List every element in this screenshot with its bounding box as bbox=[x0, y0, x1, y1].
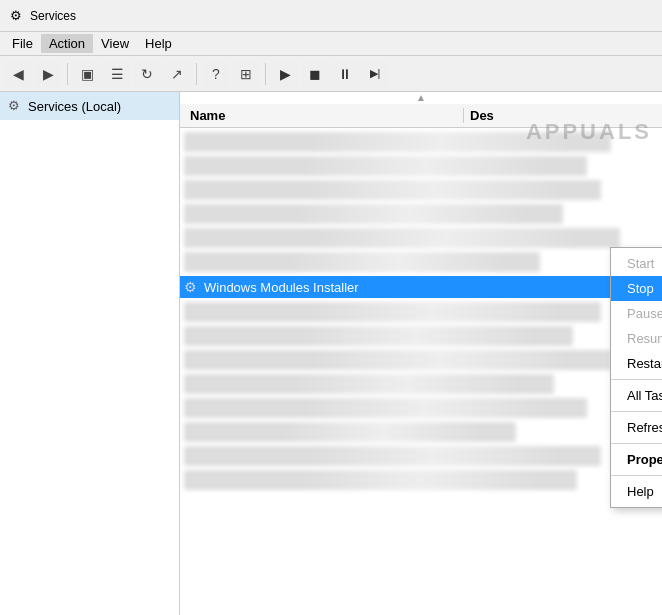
title-bar: ⚙ Services bbox=[0, 0, 662, 32]
blur-row-2 bbox=[184, 156, 587, 176]
sidebar: ⚙ Services (Local) bbox=[0, 92, 180, 615]
highlighted-service-row[interactable]: ⚙ Windows Modules Installer En... bbox=[180, 276, 662, 298]
toolbar-sep-1 bbox=[67, 63, 68, 85]
ctx-start[interactable]: Start bbox=[611, 251, 662, 276]
forward-button[interactable]: ▶ bbox=[34, 60, 62, 88]
title-text: Services bbox=[30, 9, 76, 23]
column-header: Name Des bbox=[180, 104, 662, 128]
ctx-all-tasks[interactable]: All Tasks › bbox=[611, 383, 662, 408]
toolbar-sep-3 bbox=[265, 63, 266, 85]
ctx-refresh[interactable]: Refresh bbox=[611, 415, 662, 440]
blur-row-11 bbox=[184, 398, 587, 418]
blur-row-1 bbox=[184, 132, 611, 152]
sidebar-label: Services (Local) bbox=[28, 99, 121, 114]
blurred-rows-above bbox=[180, 132, 662, 272]
title-icon: ⚙ bbox=[8, 8, 24, 24]
blur-row-4 bbox=[184, 204, 563, 224]
toolbar: ◀ ▶ ▣ ☰ ↻ ↗ ? ⊞ ▶ ◼ ⏸ ▶| bbox=[0, 56, 662, 92]
ctx-sep-2 bbox=[611, 411, 662, 412]
blur-row-7 bbox=[184, 302, 601, 322]
menu-bar: File Action View Help bbox=[0, 32, 662, 56]
back-button[interactable]: ◀ bbox=[4, 60, 32, 88]
help-toolbar-button[interactable]: ? bbox=[202, 60, 230, 88]
ctx-pause[interactable]: Pause bbox=[611, 301, 662, 326]
ctx-restart[interactable]: Restart bbox=[611, 351, 662, 376]
ctx-sep-4 bbox=[611, 475, 662, 476]
blur-row-6 bbox=[184, 252, 540, 272]
menu-action[interactable]: Action bbox=[41, 34, 93, 53]
ctx-sep-1 bbox=[611, 379, 662, 380]
ctx-resume[interactable]: Resume bbox=[611, 326, 662, 351]
resume-toolbar-button[interactable]: ▶| bbox=[361, 60, 389, 88]
service-gear-icon: ⚙ bbox=[184, 279, 200, 295]
export-button[interactable]: ↗ bbox=[163, 60, 191, 88]
blurred-rows-below bbox=[180, 302, 662, 490]
sort-indicator: ▲ bbox=[180, 92, 662, 104]
service-name: Windows Modules Installer bbox=[204, 280, 359, 295]
blur-row-12 bbox=[184, 422, 516, 442]
blur-row-8 bbox=[184, 326, 573, 346]
ctx-sep-3 bbox=[611, 443, 662, 444]
blur-row-9 bbox=[184, 350, 611, 370]
menu-view[interactable]: View bbox=[93, 34, 137, 53]
toolbar-sep-2 bbox=[196, 63, 197, 85]
refresh-toolbar-button[interactable]: ↻ bbox=[133, 60, 161, 88]
blur-row-5 bbox=[184, 228, 620, 248]
ctx-help[interactable]: Help bbox=[611, 479, 662, 504]
col-desc-header: Des bbox=[464, 108, 500, 123]
blur-row-10 bbox=[184, 374, 554, 394]
ctx-properties[interactable]: Properties bbox=[611, 447, 662, 472]
sidebar-gear-icon: ⚙ bbox=[8, 98, 24, 114]
console-button[interactable]: ▣ bbox=[73, 60, 101, 88]
blur-row-13 bbox=[184, 446, 601, 466]
tree-button[interactable]: ☰ bbox=[103, 60, 131, 88]
sidebar-services-local[interactable]: ⚙ Services (Local) bbox=[0, 92, 179, 120]
context-menu: Start Stop Pause Resume Restart All Task… bbox=[610, 247, 662, 508]
blur-row-14 bbox=[184, 470, 577, 490]
ctx-stop[interactable]: Stop bbox=[611, 276, 662, 301]
pause-toolbar-button[interactable]: ⏸ bbox=[331, 60, 359, 88]
col-name-header: Name bbox=[184, 108, 464, 123]
stop-toolbar-button[interactable]: ◼ bbox=[301, 60, 329, 88]
main-area: ⚙ Services (Local) APPUALS ▲ Name Des ⚙ bbox=[0, 92, 662, 615]
menu-file[interactable]: File bbox=[4, 34, 41, 53]
properties-toolbar-button[interactable]: ⊞ bbox=[232, 60, 260, 88]
blur-row-3 bbox=[184, 180, 601, 200]
menu-help[interactable]: Help bbox=[137, 34, 180, 53]
content-area: APPUALS ▲ Name Des ⚙ Windows Modules Ins… bbox=[180, 92, 662, 615]
start-toolbar-button[interactable]: ▶ bbox=[271, 60, 299, 88]
